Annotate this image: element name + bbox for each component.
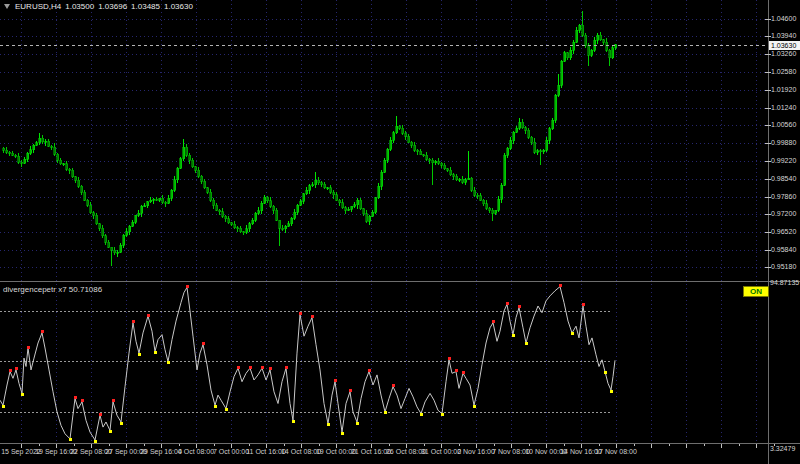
indicator-value-label: 50.71086 — [69, 285, 102, 294]
price-axis-label: 0.99880 — [771, 139, 796, 147]
ohlc-high: 1.03696 — [98, 2, 127, 11]
price-axis-label: 0.97200 — [771, 210, 796, 218]
chart-title: EURUSD,H4 1.03500 1.03696 1.03485 1.0363… — [4, 2, 193, 11]
time-axis-label: 7 Oct 00:00 — [213, 448, 249, 455]
price-axis-label: 1.04600 — [771, 15, 796, 23]
price-axis-label: 1.03940 — [771, 32, 796, 40]
price-axis[interactable]: 1.046001.039401.032601.025801.019201.012… — [769, 0, 800, 443]
indicator-max-label: 94.87135 — [770, 279, 799, 286]
price-axis-label: 0.99220 — [771, 157, 796, 165]
ohlc-close: 1.03630 — [164, 2, 193, 11]
time-axis-label: 17 Nov 08:00 — [595, 448, 637, 455]
indicator-title: divergencepetr x7 50.71086 — [3, 285, 102, 294]
price-axis-label: 0.96520 — [771, 228, 796, 236]
on-button[interactable]: ON — [743, 286, 769, 297]
time-axis-label: 2 Nov 16:00 — [457, 448, 495, 455]
current-price-tag: 1.03630 — [769, 41, 800, 50]
price-axis-label: 1.02580 — [771, 68, 796, 76]
symbol-period-label: EURUSD,H4 — [15, 2, 61, 11]
price-axis-label: 0.98540 — [771, 175, 796, 183]
indicator-name-label: divergencepetr x7 — [3, 285, 67, 294]
time-axis-label: 31 Oct 00:00 — [421, 448, 461, 455]
price-axis-label: 1.01240 — [771, 104, 796, 112]
chart-window: EURUSD,H4 1.03500 1.03696 1.03485 1.0363… — [0, 0, 800, 464]
time-axis[interactable]: 15 Sep 202219 Sep 16:0022 Sep 08:0027 Se… — [0, 447, 800, 464]
price-axis-label: 0.95840 — [771, 246, 796, 254]
time-axis-label: 11 Oct 16:00 — [246, 448, 286, 455]
price-axis-label: 1.01920 — [771, 86, 796, 94]
time-axis-label: 29 Sep 16:00 — [140, 448, 182, 455]
ohlc-open: 1.03500 — [65, 2, 94, 11]
price-axis-label: 0.97860 — [771, 193, 796, 201]
ohlc-low: 1.03485 — [131, 2, 160, 11]
price-chart-canvas[interactable] — [0, 0, 800, 464]
price-axis-label: 0.95180 — [771, 263, 796, 271]
price-axis-label: 1.03260 — [771, 50, 796, 58]
chart-marker-icon — [4, 4, 10, 9]
price-axis-label: 1.00560 — [771, 121, 796, 129]
time-axis-label: 4 Oct 08:00 — [178, 448, 214, 455]
